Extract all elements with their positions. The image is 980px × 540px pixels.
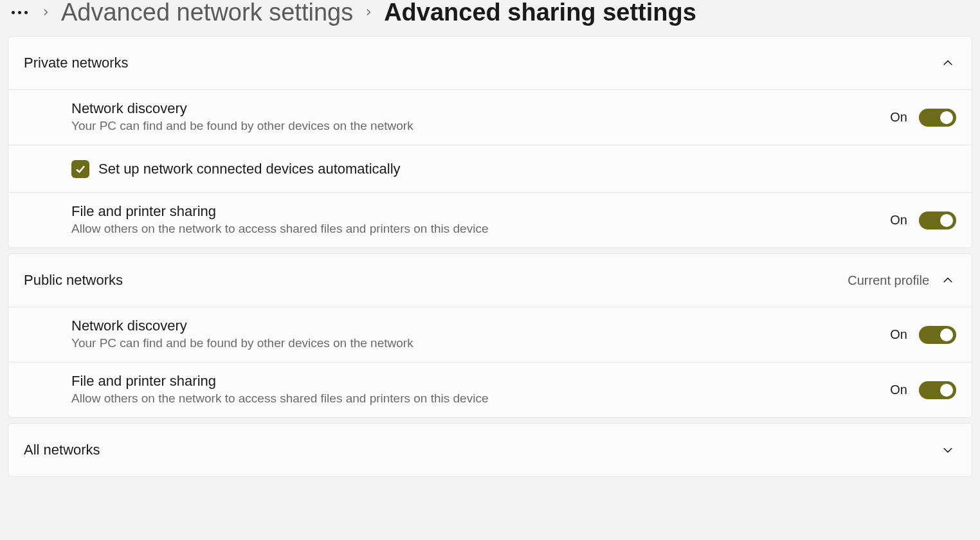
chevron-right-icon [362,6,375,19]
row-title: Network discovery [71,100,890,117]
public-networks-header[interactable]: Public networks Current profile [8,254,972,307]
row-description: Your PC can find and be found by other d… [71,336,890,352]
auto-setup-row: Set up network connected devices automat… [8,145,972,192]
public-file-sharing-row: File and printer sharing Allow others on… [8,362,972,417]
row-text: File and printer sharing Allow others on… [71,373,890,407]
breadcrumb: Advanced network settings Advanced shari… [0,0,980,36]
chevron-up-icon [939,272,956,289]
row-text: File and printer sharing Allow others on… [71,203,890,237]
public-network-discovery-toggle[interactable] [919,326,956,344]
public-file-sharing-toggle[interactable] [919,381,956,399]
row-text: Network discovery Your PC can find and b… [71,100,890,134]
chevron-up-icon [939,55,956,71]
row-title: Network discovery [71,318,890,334]
section-title: All networks [24,442,939,458]
public-networks-section: Public networks Current profile Network … [8,253,972,418]
private-file-sharing-toggle[interactable] [919,212,956,230]
row-description: Allow others on the network to access sh… [71,391,890,407]
private-network-discovery-toggle[interactable] [919,109,956,127]
private-network-discovery-row: Network discovery Your PC can find and b… [8,89,972,145]
toggle-wrap: On [890,109,956,127]
private-networks-section: Private networks Network discovery Your … [8,36,972,248]
chevron-down-icon [939,442,956,458]
section-title: Private networks [24,55,939,71]
all-networks-header[interactable]: All networks [8,424,972,476]
auto-setup-checkbox[interactable] [71,160,89,178]
current-profile-badge: Current profile [848,273,929,288]
toggle-wrap: On [890,381,956,399]
toggle-state-label: On [890,382,907,397]
checkbox-label: Set up network connected devices automat… [98,161,401,177]
toggle-state-label: On [890,327,907,342]
private-file-sharing-row: File and printer sharing Allow others on… [8,192,972,248]
row-text: Network discovery Your PC can find and b… [71,318,890,352]
breadcrumb-parent-link[interactable]: Advanced network settings [61,0,353,24]
toggle-wrap: On [890,212,956,230]
all-networks-section: All networks [8,423,972,477]
breadcrumb-current: Advanced sharing settings [384,0,696,24]
toggle-state-label: On [890,110,907,125]
private-networks-header[interactable]: Private networks [8,37,972,89]
section-title: Public networks [24,272,848,289]
check-icon [75,163,86,175]
breadcrumb-more-button[interactable] [9,6,30,19]
row-description: Your PC can find and be found by other d… [71,118,890,134]
chevron-right-icon [39,6,52,19]
public-network-discovery-row: Network discovery Your PC can find and b… [8,307,972,362]
toggle-state-label: On [890,213,907,228]
row-description: Allow others on the network to access sh… [71,221,890,237]
toggle-wrap: On [890,326,956,344]
row-title: File and printer sharing [71,373,890,390]
row-title: File and printer sharing [71,203,890,220]
